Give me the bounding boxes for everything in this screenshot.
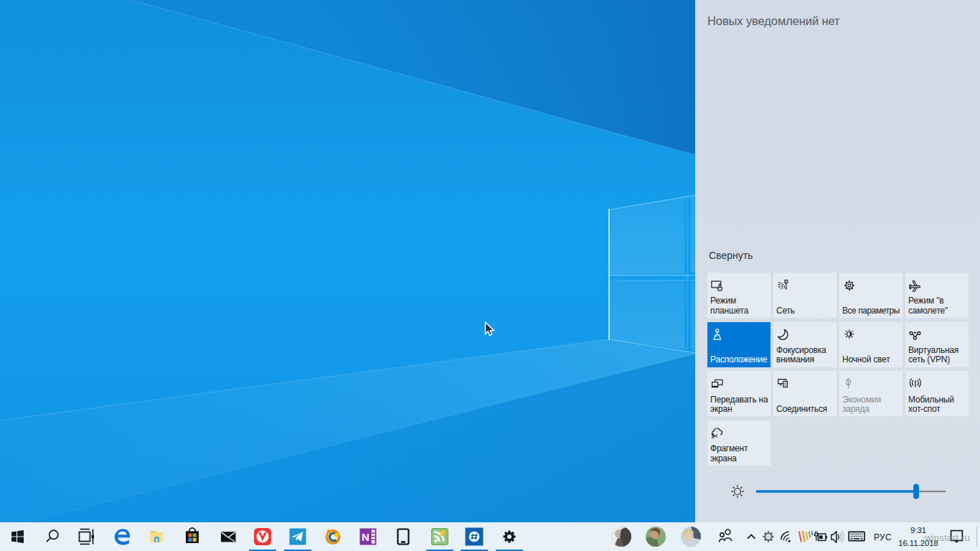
svg-text:N: N xyxy=(362,531,369,543)
